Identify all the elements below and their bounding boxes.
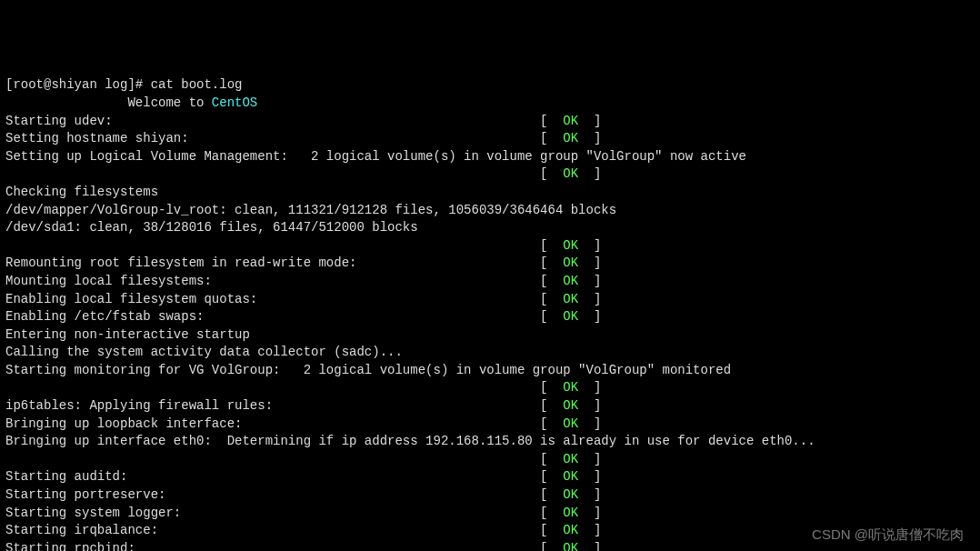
log-message: Calling the system activity data collect… — [5, 344, 403, 362]
log-line: Remounting root filesystem in read-write… — [5, 255, 975, 273]
status-bracket-open: [ — [540, 291, 563, 309]
log-message: /dev/sda1: clean, 38/128016 files, 61447… — [5, 219, 418, 237]
status-bracket-close: ] — [578, 291, 601, 309]
status-ok: OK — [563, 255, 578, 273]
log-line: Starting portreserve: [ OK ] — [5, 486, 975, 505]
status-bracket-close: ] — [578, 273, 601, 291]
status-bracket-open: [ — [540, 379, 563, 397]
status-bracket-close: ] — [578, 255, 601, 273]
status-bracket-close: ] — [578, 308, 601, 326]
status-ok: OK — [563, 540, 578, 551]
status-bracket-open: [ — [540, 468, 563, 486]
log-message — [5, 451, 540, 469]
log-message: Starting udev: — [5, 113, 540, 131]
log-line: ip6tables: Applying firewall rules: [ OK… — [5, 397, 975, 416]
log-message — [5, 379, 540, 397]
welcome-line: Welcome to CentOS — [5, 95, 975, 113]
status-ok: OK — [563, 505, 578, 523]
status-ok: OK — [563, 165, 578, 184]
log-message: Bringing up interface eth0: Determining … — [5, 433, 815, 451]
log-message — [5, 237, 540, 255]
status-bracket-close: ] — [578, 379, 601, 397]
log-line: Setting hostname shiyan: [ OK ] — [5, 130, 975, 148]
shell-prompt: [root@shiyan log]# — [5, 76, 151, 95]
log-line: Starting auditd: [ OK ] — [5, 468, 975, 486]
distro-name: CentOS — [212, 95, 257, 113]
status-bracket-open: [ — [540, 165, 563, 184]
log-line: Setting up Logical Volume Management: 2 … — [5, 148, 975, 166]
log-message: ip6tables: Applying firewall rules: — [5, 397, 540, 416]
log-message: Checking filesystems — [5, 184, 158, 202]
status-ok: OK — [563, 468, 578, 486]
log-message: Remounting root filesystem in read-write… — [5, 255, 540, 273]
status-bracket-close: ] — [578, 486, 601, 505]
command-text: cat boot.log — [151, 76, 243, 95]
log-message: Setting hostname shiyan: — [5, 130, 540, 148]
status-ok: OK — [563, 130, 578, 148]
log-line: Checking filesystems — [5, 184, 975, 202]
status-ok: OK — [563, 273, 578, 291]
status-bracket-close: ] — [578, 113, 601, 131]
log-message: Setting up Logical Volume Management: 2 … — [5, 148, 746, 166]
status-bracket-close: ] — [578, 165, 601, 184]
status-bracket-open: [ — [540, 451, 563, 469]
prompt-line: [root@shiyan log]# cat boot.log — [5, 76, 975, 95]
log-line: /dev/mapper/VolGroup-lv_root: clean, 111… — [5, 202, 975, 220]
status-bracket-open: [ — [540, 308, 563, 326]
status-bracket-close: ] — [578, 451, 601, 469]
log-line: [ OK ] — [5, 379, 975, 397]
log-line: Enabling local filesystem quotas: [ OK ] — [5, 291, 975, 309]
status-bracket-close: ] — [578, 505, 601, 523]
log-line: Starting system logger: [ OK ] — [5, 505, 975, 523]
status-bracket-close: ] — [578, 416, 601, 434]
log-line: [ OK ] — [5, 237, 975, 255]
log-message: /dev/mapper/VolGroup-lv_root: clean, 111… — [5, 202, 616, 220]
terminal-output: [root@shiyan log]# cat boot.log Welcome … — [5, 76, 975, 551]
status-bracket-open: [ — [540, 522, 563, 540]
status-bracket-open: [ — [540, 273, 563, 291]
watermark-text: CSDN @听说唐僧不吃肉 — [812, 525, 964, 544]
status-bracket-open: [ — [540, 237, 563, 255]
log-message: Starting monitoring for VG VolGroup: 2 l… — [5, 362, 731, 380]
log-line: Entering non-interactive startup — [5, 326, 975, 345]
log-message: Entering non-interactive startup — [5, 326, 250, 345]
log-line: Enabling /etc/fstab swaps: [ OK ] — [5, 308, 975, 326]
status-ok: OK — [563, 379, 578, 397]
status-bracket-open: [ — [540, 416, 563, 434]
log-message: Starting system logger: — [5, 505, 540, 523]
status-ok: OK — [563, 397, 578, 416]
status-ok: OK — [563, 416, 578, 434]
log-line: Mounting local filesystems: [ OK ] — [5, 273, 975, 291]
status-ok: OK — [563, 308, 578, 326]
status-ok: OK — [563, 237, 578, 255]
log-message — [5, 165, 540, 184]
status-ok: OK — [563, 522, 578, 540]
status-bracket-close: ] — [578, 130, 601, 148]
log-message: Starting irqbalance: — [5, 522, 540, 540]
status-ok: OK — [563, 451, 578, 469]
status-bracket-open: [ — [540, 505, 563, 523]
log-message: Enabling /etc/fstab swaps: — [5, 308, 540, 326]
log-line: Bringing up interface eth0: Determining … — [5, 433, 975, 451]
status-bracket-close: ] — [578, 468, 601, 486]
status-bracket-close: ] — [578, 522, 601, 540]
status-bracket-open: [ — [540, 130, 563, 148]
log-message: Enabling local filesystem quotas: — [5, 291, 540, 309]
log-message: Starting rpcbind: — [5, 540, 540, 551]
log-line: Bringing up loopback interface: [ OK ] — [5, 416, 975, 434]
status-bracket-close: ] — [578, 237, 601, 255]
status-bracket-open: [ — [540, 486, 563, 505]
log-line: Starting monitoring for VG VolGroup: 2 l… — [5, 362, 975, 380]
log-message: Starting auditd: — [5, 468, 540, 486]
status-ok: OK — [563, 486, 578, 505]
log-line: /dev/sda1: clean, 38/128016 files, 61447… — [5, 219, 975, 237]
log-line: Calling the system activity data collect… — [5, 344, 975, 362]
welcome-prefix: Welcome to — [5, 95, 212, 113]
log-message: Mounting local filesystems: — [5, 273, 540, 291]
status-bracket-close: ] — [578, 397, 601, 416]
log-line: Starting udev: [ OK ] — [5, 113, 975, 131]
log-line: [ OK ] — [5, 451, 975, 469]
log-message: Bringing up loopback interface: — [5, 416, 540, 434]
status-ok: OK — [563, 291, 578, 309]
status-bracket-open: [ — [540, 540, 563, 551]
